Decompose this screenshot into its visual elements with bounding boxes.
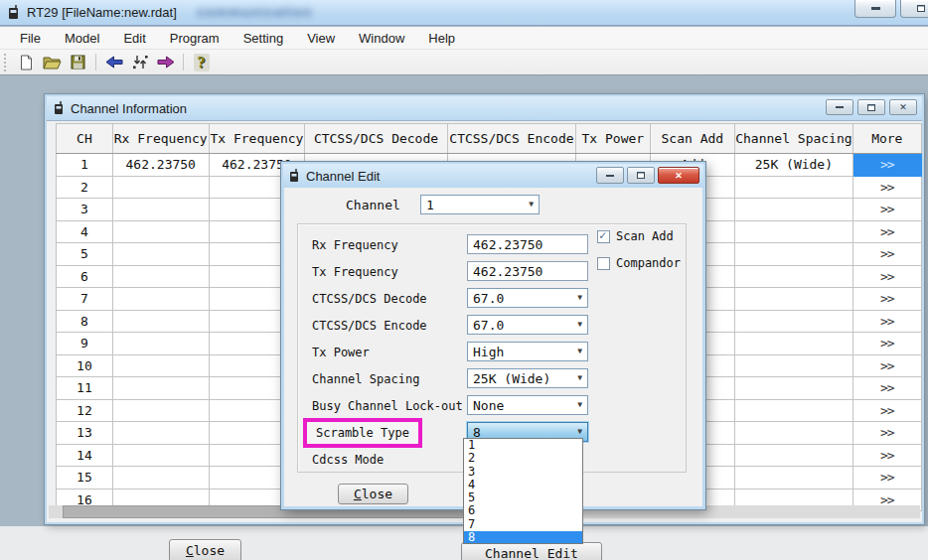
compandor-checkbox[interactable]: Compandor <box>597 256 681 270</box>
dropdown-item[interactable]: 3 <box>464 466 582 479</box>
more-button[interactable]: >> <box>852 243 921 266</box>
dialog-close-button[interactable]: ✕ <box>658 167 699 184</box>
more-button[interactable]: >> <box>852 220 921 243</box>
cell[interactable] <box>735 176 852 199</box>
arrow-right-icon[interactable] <box>154 52 177 72</box>
minimize-button[interactable] <box>854 0 896 18</box>
cell[interactable]: 5 <box>57 243 113 266</box>
more-button[interactable]: >> <box>852 199 921 221</box>
cell[interactable] <box>112 176 209 199</box>
more-button[interactable]: >> <box>852 265 921 288</box>
channel-combobox[interactable]: 1 ▼ <box>420 195 540 214</box>
dropdown-item[interactable]: 4 <box>464 479 582 491</box>
cell[interactable]: 14 <box>57 444 113 467</box>
dialog-close-action-button[interactable]: Close <box>338 484 408 504</box>
dropdown-item[interactable]: 1 <box>464 439 582 452</box>
cell[interactable]: 10 <box>57 354 113 377</box>
cell[interactable] <box>112 467 209 490</box>
menu-item-program[interactable]: Program <box>158 29 232 48</box>
dropdown-item[interactable]: 5 <box>464 491 582 504</box>
cell[interactable] <box>112 399 209 422</box>
cell[interactable] <box>735 288 852 311</box>
more-button[interactable]: >> <box>852 377 921 400</box>
field-select[interactable]: 25K (Wide)▼ <box>467 368 588 388</box>
read-radio-icon[interactable] <box>128 52 151 72</box>
dialog-restore-button[interactable] <box>627 167 655 184</box>
more-button[interactable]: >> <box>852 176 921 199</box>
cell[interactable]: 9 <box>57 333 113 355</box>
cell[interactable] <box>112 444 209 467</box>
dropdown-item[interactable]: 7 <box>464 518 582 531</box>
more-button[interactable]: >> <box>852 354 921 377</box>
cell[interactable] <box>112 422 209 445</box>
dropdown-item[interactable]: 2 <box>464 452 582 465</box>
cell[interactable]: 3 <box>57 199 113 221</box>
cell[interactable] <box>735 333 852 355</box>
more-button[interactable]: >> <box>852 444 921 467</box>
footer-close-button[interactable]: Close <box>169 539 241 560</box>
ci-minimize-button[interactable] <box>826 99 853 115</box>
cell[interactable] <box>735 310 852 333</box>
cell[interactable] <box>112 243 209 266</box>
more-button[interactable]: >> <box>852 310 921 333</box>
cell[interactable]: 7 <box>57 288 113 311</box>
cell[interactable] <box>112 220 209 243</box>
cell[interactable]: 8 <box>57 310 113 333</box>
dropdown-item[interactable]: 8 <box>464 531 582 544</box>
menu-item-file[interactable]: File <box>8 29 53 48</box>
cell[interactable] <box>735 354 852 377</box>
field-select[interactable]: 67.0▼ <box>467 288 588 308</box>
ci-close-button[interactable]: ✕ <box>889 99 917 115</box>
cell[interactable] <box>735 243 852 266</box>
cell[interactable] <box>112 265 209 288</box>
more-button[interactable]: >> <box>852 288 921 311</box>
cell[interactable] <box>735 265 852 288</box>
cell[interactable] <box>735 220 852 243</box>
cell[interactable]: 11 <box>57 377 113 400</box>
scan-add-checkbox[interactable]: Scan Add <box>597 229 674 243</box>
cell[interactable]: 6 <box>57 265 113 288</box>
more-button[interactable]: >> <box>852 399 921 422</box>
more-button[interactable]: >> <box>852 333 921 355</box>
cell[interactable] <box>112 288 209 311</box>
cell[interactable]: 4 <box>57 220 113 243</box>
menu-item-setting[interactable]: Setting <box>232 29 295 48</box>
cell[interactable] <box>735 444 852 467</box>
more-button[interactable]: >> <box>852 154 921 177</box>
help-icon[interactable]: ? <box>190 52 213 72</box>
menu-item-model[interactable]: Model <box>53 29 111 48</box>
cell[interactable] <box>735 399 852 422</box>
cell[interactable]: 1 <box>57 154 113 177</box>
cell[interactable]: 13 <box>57 422 113 445</box>
arrow-left-icon[interactable] <box>102 52 125 72</box>
cell[interactable] <box>735 422 852 445</box>
cell[interactable]: 2 <box>57 176 113 199</box>
open-folder-icon[interactable] <box>41 52 64 72</box>
more-button[interactable]: >> <box>852 467 921 490</box>
dropdown-item[interactable]: 6 <box>464 504 582 517</box>
cell[interactable] <box>112 333 209 355</box>
cell[interactable] <box>112 377 209 400</box>
cell[interactable]: 15 <box>57 467 113 490</box>
field-input[interactable]: 462.23750 <box>467 234 588 254</box>
field-input[interactable]: 462.23750 <box>467 261 588 281</box>
footer-channel-edit-button[interactable]: Channel Edit <box>461 542 602 560</box>
menu-item-edit[interactable]: Edit <box>111 29 157 48</box>
save-icon[interactable] <box>67 52 89 72</box>
ci-restore-button[interactable] <box>857 99 885 115</box>
cell[interactable] <box>112 354 209 377</box>
new-file-icon[interactable] <box>15 52 38 72</box>
field-select[interactable]: High▼ <box>467 342 588 361</box>
menu-item-view[interactable]: View <box>295 29 347 48</box>
cell[interactable]: 25K (Wide) <box>735 154 852 177</box>
cell[interactable] <box>112 199 209 221</box>
restore-button[interactable] <box>900 0 928 18</box>
field-select[interactable]: 67.0▼ <box>467 315 588 335</box>
dialog-minimize-button[interactable] <box>596 167 624 184</box>
cell[interactable] <box>735 467 852 490</box>
cell[interactable]: 462.23750 <box>112 154 209 177</box>
field-select[interactable]: None▼ <box>467 395 588 415</box>
cell[interactable] <box>112 310 209 333</box>
cell[interactable] <box>735 199 852 221</box>
menu-item-window[interactable]: Window <box>347 29 416 48</box>
